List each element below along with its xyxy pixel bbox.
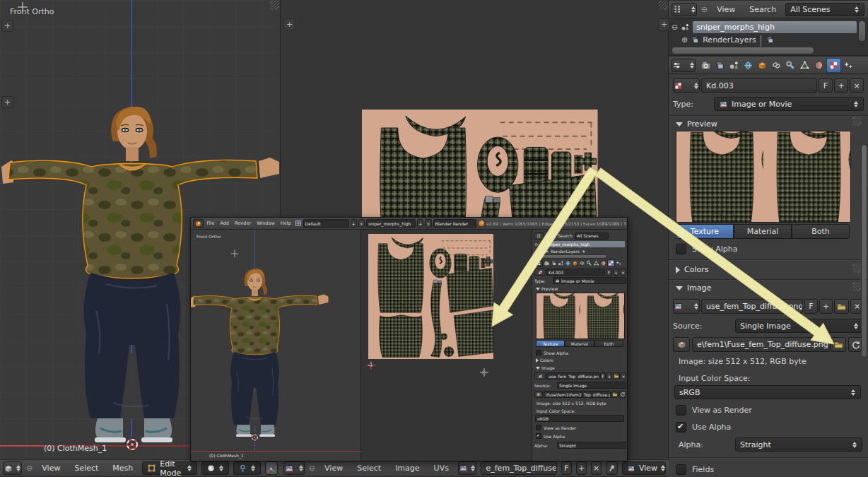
image-name-field[interactable]: e_fem_Top_diffuse.png: [481, 461, 556, 475]
inset-colorspace-dropdown[interactable]: sRGB: [535, 415, 624, 422]
inset-show-alpha-checkbox[interactable]: [536, 350, 541, 355]
texture-type-dropdown[interactable]: Image or Movie: [714, 97, 864, 111]
inset-tab-material[interactable]: Material: [565, 340, 594, 347]
tab-object-data[interactable]: [798, 59, 811, 72]
editor-type-selector[interactable]: [3, 461, 22, 475]
texture-datablock-browse[interactable]: [673, 78, 700, 93]
inset-image-title[interactable]: Image: [541, 365, 555, 370]
inset-alpha-dropdown[interactable]: Straight: [557, 442, 626, 449]
unlink-image-button[interactable]: ×: [591, 461, 602, 475]
inset-image-open[interactable]: [613, 372, 620, 379]
manipulator-toggle[interactable]: [265, 461, 278, 475]
inset-scene-add[interactable]: +: [417, 219, 423, 228]
constraints-icon[interactable]: [579, 260, 585, 266]
unlink-texture-button[interactable]: ×: [850, 78, 864, 93]
inset-image-browse[interactable]: [534, 372, 546, 379]
area-corner-widget[interactable]: [659, 1, 668, 10]
inset-pack-button[interactable]: [534, 391, 543, 398]
preview-tab-material[interactable]: Material: [734, 224, 792, 239]
uv-toolshelf-expand-button[interactable]: +: [283, 18, 295, 30]
menu-view[interactable]: View: [37, 464, 65, 473]
inset-reload[interactable]: [619, 391, 626, 398]
image-name-field[interactable]: use_fem_Top_diffuse.png: [701, 299, 803, 314]
menu-search[interactable]: Search: [744, 5, 781, 14]
toolshelf-expand-button[interactable]: +: [1, 20, 13, 32]
inset-menu-render[interactable]: Render: [233, 220, 253, 226]
menu-mesh[interactable]: Mesh: [107, 464, 138, 473]
editor-type-selector[interactable]: [671, 3, 697, 16]
texture-id-name-field[interactable]: Kd.003: [701, 78, 817, 93]
inset-type-dropdown[interactable]: Image or Movie: [553, 277, 626, 284]
inset-outliner-editor-selector[interactable]: [534, 232, 544, 240]
display-filter-dropdown[interactable]: All Scenes: [785, 3, 864, 16]
render-layers-icon[interactable]: [551, 260, 557, 266]
inset-collapse-icon[interactable]: ⊖: [534, 242, 538, 247]
image-datablock-browse[interactable]: [673, 299, 700, 314]
menu-select[interactable]: Select: [352, 464, 386, 473]
uv-texture-image[interactable]: [362, 110, 598, 230]
alpha-mode-dropdown[interactable]: Straight: [735, 437, 862, 452]
inset-texture-id-field[interactable]: Kd.003: [546, 269, 605, 276]
editor-type-selector[interactable]: [283, 461, 305, 475]
inset-uv-editor[interactable]: [361, 230, 532, 461]
material-icon[interactable]: [600, 260, 606, 266]
inset-menu-help[interactable]: Help: [278, 220, 293, 226]
inset-editor-selector[interactable]: [193, 219, 204, 228]
inset-menu-window[interactable]: Window: [254, 220, 277, 226]
collapse-menus-icon[interactable]: ⊖: [309, 464, 315, 473]
source-dropdown[interactable]: Single Image: [735, 319, 864, 333]
preview-tab-both[interactable]: Both: [792, 224, 850, 239]
filepath-field[interactable]: e\fem1\Fuse_fem_Top_diffuse.png: [692, 337, 831, 352]
inset-engine-dropdown[interactable]: Blender Render: [433, 219, 476, 228]
inset-tab-both[interactable]: Both: [594, 340, 623, 347]
open-image-button[interactable]: [834, 299, 849, 314]
tab-material[interactable]: [812, 59, 826, 72]
viewport-shading-dropdown[interactable]: [201, 461, 229, 475]
inset-fake-user[interactable]: F: [606, 269, 612, 276]
tab-constraints[interactable]: [770, 59, 783, 72]
use-alpha-checkbox[interactable]: [676, 422, 686, 432]
inset-display-filter[interactable]: All Scenes: [575, 232, 609, 240]
panel-corner-widget[interactable]: [852, 117, 862, 126]
inset-source-dropdown[interactable]: Single Image: [557, 382, 626, 389]
tab-render[interactable]: [699, 59, 712, 72]
editor-type-selector[interactable]: [671, 59, 696, 72]
collapse-menus-icon[interactable]: ⊖: [26, 464, 33, 473]
inset-filepath-field[interactable]: \fuse\fem1\Fem2_Top_diffuse.png: [544, 391, 611, 398]
inset-layout-add[interactable]: +: [351, 219, 357, 228]
mode-dropdown[interactable]: Edit Mode: [142, 461, 197, 475]
display-mode-dropdown[interactable]: View: [622, 461, 666, 475]
inset-props-editor-selector[interactable]: [534, 260, 543, 267]
particles-icon[interactable]: [616, 260, 622, 266]
fake-user-button[interactable]: F: [804, 299, 818, 314]
tab-texture-active[interactable]: [826, 58, 841, 73]
view-as-render-checkbox[interactable]: [676, 405, 686, 416]
fake-user-button[interactable]: F: [561, 461, 572, 475]
colorspace-dropdown[interactable]: sRGB: [674, 385, 861, 399]
fields-checkbox[interactable]: [676, 464, 686, 475]
outliner-hscrollbar[interactable]: [671, 47, 814, 54]
inset-menu-add[interactable]: Add: [218, 220, 231, 226]
inset-texture-browse[interactable]: [534, 269, 546, 276]
inset-scene-delete[interactable]: ×: [425, 219, 431, 228]
collapse-icon[interactable]: ⊖: [671, 23, 678, 32]
modifiers-icon[interactable]: [586, 260, 592, 266]
inset-viewport-3d[interactable]: Front Ortho (0) ClothMesh_1: [191, 230, 361, 461]
tab-render-layers[interactable]: [713, 59, 727, 72]
fake-user-button[interactable]: F: [819, 78, 833, 93]
tab-object[interactable]: [756, 59, 769, 72]
inset-expand-icon[interactable]: ⊕: [539, 249, 543, 254]
inset-preview-title[interactable]: Preview: [541, 286, 558, 291]
render-icon[interactable]: [544, 260, 550, 266]
inset-add[interactable]: +: [613, 269, 619, 276]
image-datablock-browse[interactable]: [458, 461, 477, 475]
outliner-vscrollbar[interactable]: [858, 20, 866, 42]
add-texture-button[interactable]: +: [834, 78, 848, 93]
menu-image[interactable]: Image: [390, 464, 424, 473]
inset-unlink[interactable]: ×: [620, 269, 626, 276]
inset-screen-layout-field[interactable]: Default: [303, 219, 349, 228]
expand-icon[interactable]: ⊕: [681, 35, 688, 45]
inset-outliner-scrollbar[interactable]: [535, 254, 607, 259]
pin-button[interactable]: [606, 461, 618, 475]
tab-particles[interactable]: [842, 59, 855, 72]
